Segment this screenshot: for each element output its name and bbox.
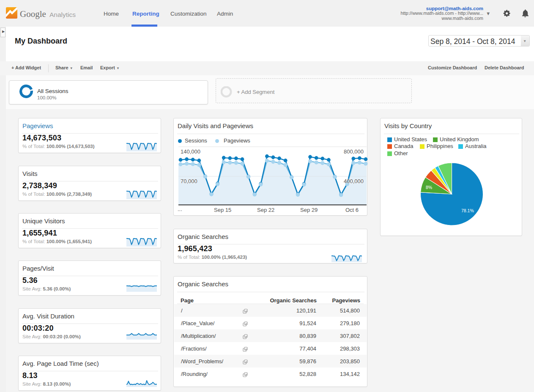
svg-text:78.1%: 78.1%	[461, 208, 474, 213]
svg-text:8%: 8%	[426, 185, 432, 190]
